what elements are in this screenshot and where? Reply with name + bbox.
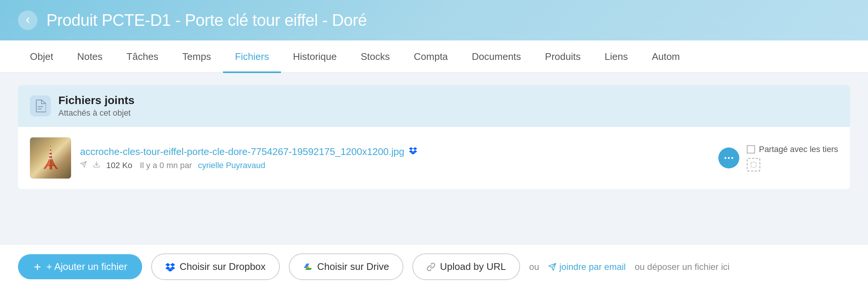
file-menu-button[interactable] xyxy=(718,147,739,168)
or-text-1: ou xyxy=(529,262,539,272)
tab-notes[interactable]: Notes xyxy=(65,40,114,73)
file-size: 102 Ko xyxy=(106,161,132,170)
file-meta-row: 102 Ko Il y a 0 mn par cyrielle Puyravau… xyxy=(80,161,709,170)
table-row: accroche-cles-tour-eiffel-porte-cle-dore… xyxy=(18,127,850,189)
svg-rect-8 xyxy=(751,162,757,167)
share-label: Partagé avec les tiers xyxy=(759,144,838,154)
thumbnail-image xyxy=(30,137,71,179)
file-author[interactable]: cyrielle Puyravaud xyxy=(198,161,265,170)
drop-text: ou déposer un fichier ici xyxy=(635,262,729,272)
share-group: Partagé avec les tiers xyxy=(747,144,838,154)
tab-documents[interactable]: Documents xyxy=(460,40,533,73)
tab-compta[interactable]: Compta xyxy=(402,40,460,73)
share-checkbox[interactable] xyxy=(747,145,755,153)
drive-button[interactable]: Choisir sur Drive xyxy=(289,253,403,280)
svg-point-7 xyxy=(731,157,733,159)
file-thumbnail[interactable] xyxy=(30,137,71,179)
file-name-link[interactable]: accroche-cles-tour-eiffel-porte-cle-dore… xyxy=(80,146,404,158)
tab-autom[interactable]: Autom xyxy=(640,40,692,73)
file-name-row: accroche-cles-tour-eiffel-porte-cle-dore… xyxy=(80,146,709,158)
email-link[interactable]: joindre par email xyxy=(548,262,626,272)
tab-fichiers[interactable]: Fichiers xyxy=(223,40,281,73)
tab-stocks[interactable]: Stocks xyxy=(349,40,402,73)
header: Produit PCTE-D1 - Porte clé tour eiffel … xyxy=(0,0,868,40)
back-button[interactable] xyxy=(18,10,37,30)
tab-objet[interactable]: Objet xyxy=(18,40,65,73)
main-content: Fichiers joints Attachés à cet objet acc… xyxy=(0,73,868,201)
dropbox-button[interactable]: Choisir sur Dropbox xyxy=(151,253,280,280)
download-icon xyxy=(93,161,100,170)
file-actions: Partagé avec les tiers xyxy=(718,144,838,171)
tab-taches[interactable]: Tâches xyxy=(114,40,170,73)
page-title: Produit PCTE-D1 - Porte clé tour eiffel … xyxy=(46,11,367,30)
share-icon-small[interactable] xyxy=(747,158,760,171)
section-subtitle: Attachés à cet objet xyxy=(58,108,134,118)
add-file-button[interactable]: + Ajouter un fichier xyxy=(18,254,142,279)
send-icon xyxy=(80,161,87,170)
tab-liens[interactable]: Liens xyxy=(593,40,640,73)
tab-bar: Objet Notes Tâches Temps Fichiers Histor… xyxy=(0,40,868,73)
tab-historique[interactable]: Historique xyxy=(281,40,349,73)
url-button[interactable]: Upload by URL xyxy=(412,253,520,280)
action-bar: + Ajouter un fichier Choisir sur Dropbox… xyxy=(0,244,868,289)
dropbox-icon xyxy=(409,147,417,156)
tab-produits[interactable]: Produits xyxy=(533,40,593,73)
file-info: accroche-cles-tour-eiffel-porte-cle-dore… xyxy=(80,146,709,170)
tab-temps[interactable]: Temps xyxy=(170,40,223,73)
section-title: Fichiers joints xyxy=(58,94,134,107)
svg-point-6 xyxy=(728,157,730,159)
file-date: Il y a 0 mn par xyxy=(140,161,192,170)
section-title-block: Fichiers joints Attachés à cet objet xyxy=(58,94,134,118)
section-header: Fichiers joints Attachés à cet objet xyxy=(18,85,850,127)
file-list: accroche-cles-tour-eiffel-porte-cle-dore… xyxy=(18,127,850,189)
svg-point-5 xyxy=(725,157,727,159)
section-icon xyxy=(30,95,51,116)
